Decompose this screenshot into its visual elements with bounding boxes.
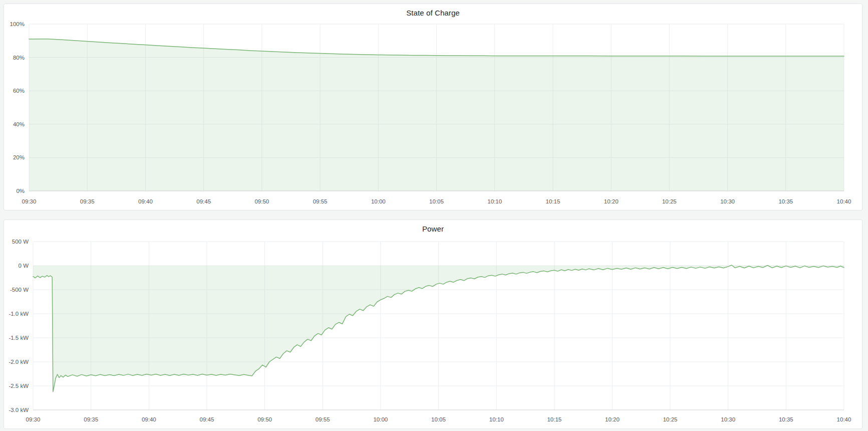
x-tick-label: 09:50 <box>254 198 269 204</box>
panel-state-of-charge: State of Charge 100%80%60%40%20%0%09:300… <box>4 4 862 210</box>
x-axis-labels: 09:3009:3509:4009:4509:5009:5510:0010:05… <box>22 198 851 204</box>
panel-power: Power 500 W0 W-500 W-1.0 kW-1.5 kW-2.0 k… <box>4 220 862 429</box>
x-tick-label: 10:05 <box>429 198 444 204</box>
x-tick-label: 09:55 <box>316 416 330 422</box>
x-tick-label: 10:35 <box>778 198 793 204</box>
x-tick-label: 10:15 <box>546 198 560 204</box>
x-tick-label: 10:20 <box>605 416 620 422</box>
y-tick-label: 0% <box>16 188 25 194</box>
x-tick-label: 10:40 <box>837 198 851 204</box>
y-tick-label: 40% <box>13 121 25 127</box>
y-tick-label: -1.5 kW <box>9 335 29 341</box>
x-tick-label: 10:25 <box>663 416 678 422</box>
y-tick-label: 80% <box>13 55 25 61</box>
x-tick-label: 10:30 <box>720 198 735 204</box>
x-tick-label: 10:10 <box>487 198 502 204</box>
series-area <box>29 39 844 191</box>
panel-title-power[interactable]: Power <box>4 225 862 233</box>
y-tick-label: -3.0 kW <box>9 407 29 413</box>
x-tick-label: 09:40 <box>138 198 153 204</box>
y-tick-label: 60% <box>13 88 25 94</box>
y-tick-label: 0 W <box>19 263 29 269</box>
x-tick-label: 09:40 <box>142 416 156 422</box>
x-tick-label: 10:35 <box>779 416 793 422</box>
soc-chart-canvas[interactable]: 100%80%60%40%20%0%09:3009:3509:4009:4509… <box>4 4 862 210</box>
x-tick-label: 10:15 <box>547 416 561 422</box>
y-tick-label: -2.5 kW <box>9 383 29 389</box>
y-tick-label: 500 W <box>12 239 29 245</box>
x-tick-label: 10:30 <box>721 416 735 422</box>
power-chart-canvas[interactable]: 500 W0 W-500 W-1.0 kW-1.5 kW-2.0 kW-2.5 … <box>4 220 862 428</box>
x-tick-label: 10:40 <box>837 416 851 422</box>
y-tick-label: -500 W <box>10 287 29 293</box>
x-tick-label: 09:45 <box>196 198 211 204</box>
y-axis-labels: 100%80%60%40%20%0% <box>10 21 25 194</box>
x-tick-label: 09:45 <box>200 416 214 422</box>
x-tick-label: 09:35 <box>80 198 95 204</box>
y-tick-label: -1.0 kW <box>9 311 29 317</box>
x-tick-label: 10:05 <box>431 416 446 422</box>
x-tick-label: 09:30 <box>26 416 41 422</box>
x-axis-labels: 09:3009:3509:4009:4509:5009:5510:0010:05… <box>26 416 851 422</box>
x-tick-label: 10:00 <box>373 416 388 422</box>
y-tick-label: 100% <box>10 21 25 27</box>
dashboard: { "page": { "background": "#f4f5f5", "pa… <box>0 0 868 431</box>
x-tick-label: 10:25 <box>662 198 677 204</box>
panel-title-state-of-charge[interactable]: State of Charge <box>4 9 862 17</box>
y-tick-label: 20% <box>13 154 25 160</box>
x-tick-label: 10:20 <box>604 198 619 204</box>
y-tick-label: -2.0 kW <box>9 359 29 365</box>
x-tick-label: 09:50 <box>257 416 272 422</box>
x-tick-label: 10:00 <box>371 198 386 204</box>
x-tick-label: 09:55 <box>313 198 328 204</box>
y-axis-labels: 500 W0 W-500 W-1.0 kW-1.5 kW-2.0 kW-2.5 … <box>9 239 29 413</box>
x-tick-label: 10:10 <box>489 416 504 422</box>
x-tick-label: 09:35 <box>84 416 98 422</box>
x-tick-label: 09:30 <box>22 198 37 204</box>
